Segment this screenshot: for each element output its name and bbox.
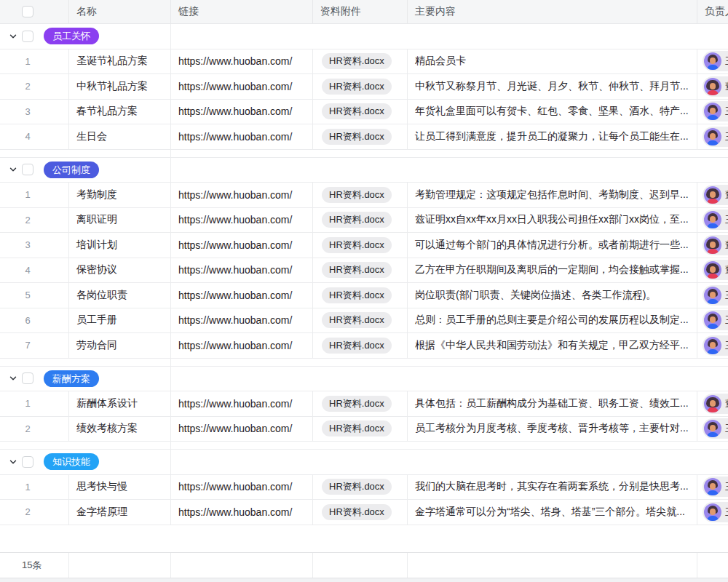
content-cell[interactable]: 兹证明xx自xx年xx月xx日入职我公司担任xx部门xx岗位，至...: [408, 208, 697, 233]
content-cell[interactable]: 根据《中华人民共和国劳动法》和有关规定，甲乙双方经平...: [408, 333, 697, 358]
record-link[interactable]: https://www.huoban.com/: [178, 314, 292, 326]
attachment-chip[interactable]: HR资料.docx: [322, 187, 392, 203]
row-number-cell[interactable]: 6: [0, 308, 69, 333]
group-checkbox[interactable]: [22, 456, 33, 468]
attachment-cell[interactable]: HR资料.docx: [313, 391, 408, 416]
attachment-cell[interactable]: HR资料.docx: [313, 74, 408, 99]
name-cell[interactable]: 春节礼品方案: [69, 100, 171, 124]
owner-cell[interactable]: 王: [697, 417, 728, 442]
row-number-cell[interactable]: 3: [0, 100, 69, 124]
group-checkbox[interactable]: [22, 372, 33, 384]
attachment-chip[interactable]: HR资料.docx: [322, 396, 392, 412]
link-cell[interactable]: https://www.huoban.com/: [171, 124, 313, 149]
group-badge[interactable]: 知识技能: [44, 453, 99, 470]
owner-cell[interactable]: 王: [697, 208, 728, 233]
name-cell[interactable]: 生日会: [69, 124, 171, 149]
name-cell[interactable]: 绩效考核方案: [69, 417, 171, 442]
attachment-chip[interactable]: HR资料.docx: [322, 287, 392, 303]
content-cell[interactable]: 乙方在甲方任职期间及离职后的一定期间，均会接触或掌握...: [408, 258, 697, 283]
name-cell[interactable]: 保密协议: [69, 258, 171, 283]
owner-pill[interactable]: 王: [703, 477, 728, 497]
group-checkbox[interactable]: [22, 164, 33, 175]
record-link[interactable]: https://www.huoban.com/: [178, 423, 292, 434]
record-link[interactable]: https://www.huoban.com/: [178, 264, 292, 276]
content-cell[interactable]: 总则：员工手册的总则主要是介绍公司的发展历程以及制定...: [408, 308, 697, 333]
name-cell[interactable]: 劳动合同: [69, 333, 171, 358]
owner-pill[interactable]: 董: [703, 394, 728, 414]
owner-pill[interactable]: 王: [703, 285, 728, 306]
attachment-chip[interactable]: HR资料.docx: [322, 312, 392, 328]
attachment-chip[interactable]: HR资料.docx: [322, 420, 392, 436]
content-cell[interactable]: 具体包括：员工薪酬构成分为基础工资、职务工资、绩效工...: [408, 391, 697, 416]
column-header-name[interactable]: 名称: [69, 0, 171, 23]
content-cell[interactable]: 可以通过每个部门的具体情况进行分析。或者前期进行一些...: [408, 233, 697, 258]
chevron-down-icon[interactable]: [9, 165, 17, 174]
owner-cell[interactable]: 王: [697, 283, 728, 308]
name-cell[interactable]: 考勤制度: [69, 183, 171, 207]
owner-pill[interactable]: 王: [703, 418, 728, 439]
owner-cell[interactable]: 王: [697, 308, 728, 333]
group-badge[interactable]: 薪酬方案: [44, 370, 99, 387]
owner-pill[interactable]: 王: [703, 210, 728, 230]
row-number-cell[interactable]: 2: [0, 74, 69, 99]
column-header-owner[interactable]: 负责人: [697, 0, 728, 23]
row-number-cell[interactable]: 2: [0, 208, 69, 233]
column-header-attachment[interactable]: 资料附件: [313, 0, 408, 23]
owner-cell[interactable]: 王: [697, 475, 728, 500]
owner-cell[interactable]: 王: [697, 49, 728, 74]
owner-cell[interactable]: 董: [697, 258, 728, 283]
row-number-cell[interactable]: 5: [0, 283, 69, 308]
content-cell[interactable]: 岗位职责(部门职责、关键岗位描述、各类工作流程)。: [408, 283, 697, 308]
owner-cell[interactable]: 王: [697, 124, 728, 149]
row-number-cell[interactable]: 2: [0, 417, 69, 442]
record-link[interactable]: https://www.huoban.com/: [178, 481, 292, 493]
owner-cell[interactable]: 王: [697, 500, 728, 525]
record-link[interactable]: https://www.huoban.com/: [178, 189, 292, 201]
attachment-chip[interactable]: HR资料.docx: [322, 103, 392, 119]
attachment-cell[interactable]: HR资料.docx: [313, 417, 408, 442]
row-number-cell[interactable]: 1: [0, 183, 69, 207]
attachment-cell[interactable]: HR资料.docx: [313, 124, 408, 149]
record-link[interactable]: https://www.huoban.com/: [178, 398, 292, 410]
record-link[interactable]: https://www.huoban.com/: [178, 131, 292, 143]
attachment-cell[interactable]: HR资料.docx: [313, 183, 408, 207]
select-all-checkbox[interactable]: [22, 6, 33, 17]
link-cell[interactable]: https://www.huoban.com/: [171, 475, 313, 500]
owner-cell[interactable]: 董: [697, 74, 728, 99]
content-cell[interactable]: 精品会员卡: [408, 49, 697, 74]
attachment-cell[interactable]: HR资料.docx: [313, 258, 408, 283]
name-cell[interactable]: 圣诞节礼品方案: [69, 49, 171, 74]
content-cell[interactable]: 我们的大脑在思考时，其实存在着两套系统，分别是快思考...: [408, 475, 697, 500]
attachment-cell[interactable]: HR资料.docx: [313, 233, 408, 258]
owner-pill[interactable]: 王: [703, 51, 728, 71]
attachment-chip[interactable]: HR资料.docx: [322, 479, 392, 495]
owner-cell[interactable]: 董: [697, 391, 728, 416]
owner-pill[interactable]: 王: [703, 310, 728, 330]
attachment-cell[interactable]: HR资料.docx: [313, 49, 408, 74]
chevron-down-icon[interactable]: [9, 32, 17, 41]
record-link[interactable]: https://www.huoban.com/: [178, 214, 292, 226]
group-badge[interactable]: 员工关怀: [44, 28, 99, 44]
name-cell[interactable]: 各岗位职责: [69, 283, 171, 308]
attachment-cell[interactable]: HR资料.docx: [313, 333, 408, 358]
attachment-cell[interactable]: HR资料.docx: [313, 208, 408, 233]
chevron-down-icon[interactable]: [9, 374, 17, 383]
row-number-cell[interactable]: 3: [0, 233, 69, 258]
name-cell[interactable]: 员工手册: [69, 308, 171, 333]
attachment-cell[interactable]: HR资料.docx: [313, 283, 408, 308]
content-cell[interactable]: 金字塔通常可以分为“塔尖、塔身、塔基”三个部分。塔尖就...: [408, 500, 697, 525]
link-cell[interactable]: https://www.huoban.com/: [171, 391, 313, 416]
attachment-chip[interactable]: HR资料.docx: [322, 504, 392, 520]
content-cell[interactable]: 年货礼盒里面可以有贺卡、红包、零食、坚果、酒水、特产...: [408, 100, 697, 124]
owner-pill[interactable]: 董: [703, 76, 728, 97]
attachment-chip[interactable]: HR资料.docx: [322, 212, 392, 228]
row-number-cell[interactable]: 1: [0, 49, 69, 74]
owner-pill[interactable]: 王: [703, 127, 728, 147]
link-cell[interactable]: https://www.huoban.com/: [171, 500, 313, 525]
name-cell[interactable]: 思考快与慢: [69, 475, 171, 500]
content-cell[interactable]: 中秋节又称祭月节、月光诞、月夕、秋节、仲秋节、拜月节...: [408, 74, 697, 99]
name-cell[interactable]: 金字塔原理: [69, 500, 171, 525]
owner-cell[interactable]: 董: [697, 233, 728, 258]
record-link[interactable]: https://www.huoban.com/: [178, 340, 292, 351]
link-cell[interactable]: https://www.huoban.com/: [171, 308, 313, 333]
